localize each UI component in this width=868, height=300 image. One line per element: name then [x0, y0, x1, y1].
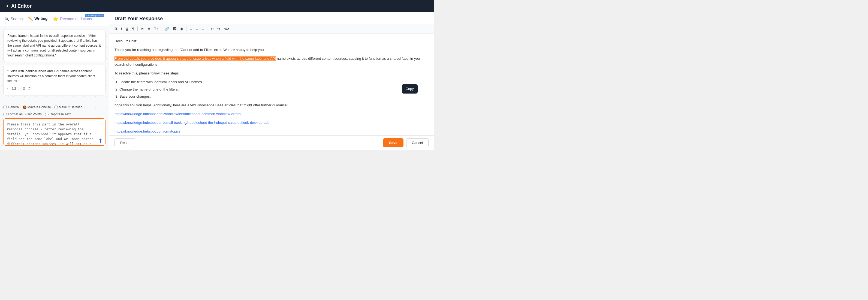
writing-options: General Make It Concise Make It Detailed… [0, 103, 109, 118]
redo-button[interactable]: ↪ [216, 26, 221, 31]
ai-editor-icon: ✦ [5, 4, 9, 9]
editor-toolbar: B I U ¶ ✂ A T↕ 🔗 🖼 ◆ ≡ ≡ ≡ ↩ ↪ </> [109, 24, 434, 34]
prompt-card: Please frame this part in the overall re… [3, 29, 105, 62]
result-text: "Fields with identical labels and API na… [7, 69, 95, 83]
result-card: "Fields with identical labels and API na… [3, 65, 105, 95]
reset-button[interactable]: Reset [115, 138, 135, 147]
undo-button[interactable]: ↩ [209, 26, 215, 31]
star-icon: ⭐ [53, 17, 58, 22]
step-3: Save your changes. [119, 94, 429, 99]
prev-result-button[interactable]: < [7, 86, 9, 91]
tab-recommendations[interactable]: ⭐ Recommendations Launching Soon! [53, 17, 92, 22]
search-icon: 🔍 [4, 17, 9, 21]
link-button[interactable]: 🔗 [163, 26, 170, 31]
save-button[interactable]: Save [383, 138, 403, 147]
toolbar-divider-4 [207, 26, 207, 31]
send-button[interactable]: ⬆ [98, 138, 103, 144]
bold-button[interactable]: B [114, 26, 118, 31]
kb-link-2[interactable]: https://knowledge.hubspot.com/email-trac… [115, 121, 270, 125]
kb-intro: hope this solution helps! Additionally, … [115, 102, 429, 108]
italic-button[interactable]: I [120, 26, 123, 31]
option-general[interactable]: General [3, 105, 20, 109]
align-right-button[interactable]: ≡ [200, 26, 205, 31]
kb-link-1[interactable]: https://knowledge.hubspot.com/workflows/… [115, 112, 241, 116]
tab-writing-label: Writing [34, 17, 48, 21]
steps-list: Locate the filters with identical labels… [115, 79, 429, 99]
writing-icon: ✏️ [28, 17, 33, 21]
prompt-textarea[interactable] [3, 118, 105, 146]
recommendations-badge: Launching Soon! [85, 13, 104, 17]
paragraph-button[interactable]: ¶ [131, 26, 135, 31]
next-result-button[interactable]: > [18, 86, 21, 91]
align-left-button[interactable]: ≡ [189, 26, 193, 31]
kb-link-3[interactable]: https://knowledge.hubspot.com/crm/topics [115, 129, 181, 133]
editor-footer: Reset Save Cancel [109, 135, 434, 150]
tab-writing[interactable]: ✏️ Writing [28, 15, 48, 22]
align-center-button[interactable]: ≡ [195, 26, 199, 31]
scissors-button[interactable]: ✂ [140, 26, 145, 31]
font-size-button[interactable]: T↕ [153, 26, 159, 31]
cancel-button[interactable]: Cancel [406, 138, 429, 147]
editor-content[interactable]: Hello Liz Cruz, Thank you for reaching o… [109, 34, 434, 135]
copy-result-button[interactable]: ⧉ [23, 86, 25, 91]
draft-title: Draft Your Response [115, 16, 429, 22]
prompt-text: Please frame this part in the overall re… [7, 34, 101, 57]
steps-intro: To resolve this, please follow these ste… [115, 70, 429, 77]
step-2: Change the name of one of the filters. [119, 86, 429, 92]
highlighted-text: From the details you provided, it appear… [115, 56, 276, 61]
tab-search[interactable]: 🔍 Search [4, 16, 23, 22]
tab-recommendations-label: Recommendations [60, 17, 92, 21]
copy-tooltip[interactable]: Copy [402, 84, 417, 94]
result-counter: 2/2 [12, 86, 17, 91]
code-button[interactable]: </> [223, 26, 230, 31]
color-fill-button[interactable]: ◆ [179, 26, 184, 31]
option-make-it-concise[interactable]: Make It Concise [23, 105, 51, 109]
refresh-result-button[interactable]: ↺ [28, 86, 31, 91]
option-format-bullet[interactable]: Format as Bullet Points [3, 112, 42, 116]
underline-button[interactable]: U [125, 26, 129, 31]
intro-paragraph: Thank you for reaching out regarding the… [115, 47, 429, 53]
tab-search-label: Search [11, 17, 23, 21]
greeting: Hello Liz Cruz, [115, 38, 429, 44]
toolbar-divider-2 [161, 26, 161, 31]
option-rephrase[interactable]: Rephrase Text [45, 112, 71, 116]
toolbar-divider-1 [137, 26, 138, 31]
prompt-input-container: ⬆ [3, 118, 105, 147]
image-button[interactable]: 🖼 [172, 26, 178, 31]
option-make-it-detailed[interactable]: Make It Detailed [54, 105, 83, 109]
font-color-button[interactable]: A [147, 26, 151, 31]
step-1: Locate the filters with identical labels… [119, 79, 429, 85]
main-paragraph: From the details you provided, it appear… [115, 56, 429, 68]
app-title: AI Editor [11, 3, 32, 9]
